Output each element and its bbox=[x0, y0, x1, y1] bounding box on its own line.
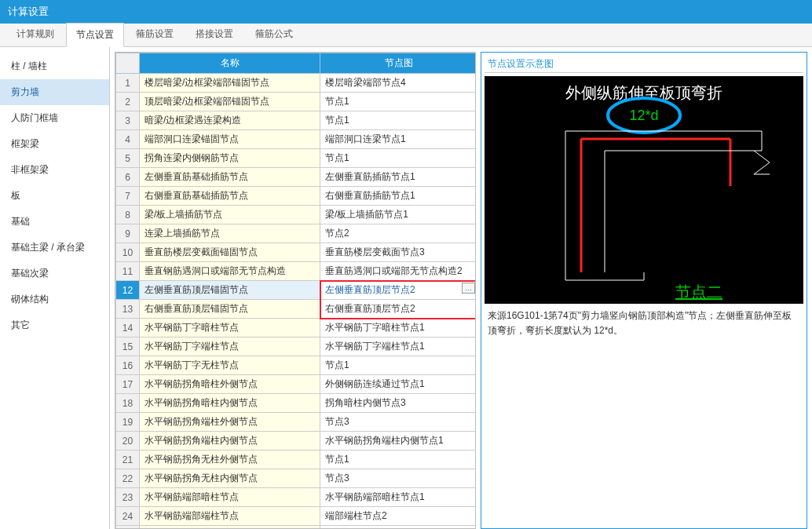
table-row[interactable]: 18水平钢筋拐角暗柱内侧节点拐角暗柱内侧节点3 bbox=[116, 394, 477, 413]
row-value[interactable]: 端部洞口连梁节点1 bbox=[320, 130, 477, 149]
row-name: 水平钢筋端部暗柱节点 bbox=[140, 488, 320, 507]
ellipsis-button[interactable]: … bbox=[462, 283, 475, 294]
row-number: 18 bbox=[116, 394, 140, 413]
sidebar-item-9[interactable]: 砌体结构 bbox=[0, 286, 109, 312]
row-number: 20 bbox=[116, 432, 140, 451]
row-number: 17 bbox=[116, 375, 140, 394]
row-name: 剪力墙遇框架柱/框支柱/端柱平齐一侧 bbox=[140, 526, 320, 530]
table-row[interactable]: 25剪力墙遇框架柱/框支柱/端柱平齐一侧节点2 bbox=[116, 526, 477, 530]
row-value[interactable]: 楼层暗梁端部节点4 bbox=[320, 74, 477, 93]
row-number: 21 bbox=[116, 451, 140, 469]
row-number: 11 bbox=[116, 262, 140, 281]
table-row[interactable]: 8梁/板上墙插筋节点梁/板上墙插筋节点1 bbox=[116, 206, 477, 224]
row-number: 19 bbox=[116, 413, 140, 432]
row-number: 25 bbox=[116, 526, 140, 530]
row-value[interactable]: 水平钢筋丁字暗柱节点1 bbox=[320, 319, 477, 337]
table-row[interactable]: 5拐角连梁内侧钢筋节点节点1 bbox=[116, 149, 477, 168]
sidebar-item-2[interactable]: 人防门框墙 bbox=[0, 105, 109, 131]
row-value[interactable]: 节点2 bbox=[320, 526, 477, 530]
table-row[interactable]: 17水平钢筋拐角暗柱外侧节点外侧钢筋连续通过节点1 bbox=[116, 375, 477, 394]
row-name: 水平钢筋拐角暗柱内侧节点 bbox=[140, 394, 320, 413]
tabs: 计算规则节点设置箍筋设置搭接设置箍筋公式 bbox=[0, 24, 812, 47]
row-number: 1 bbox=[116, 74, 140, 93]
row-value[interactable]: 节点2 bbox=[320, 224, 477, 243]
row-value[interactable]: 外侧钢筋连续通过节点1 bbox=[320, 375, 477, 394]
row-name: 水平钢筋丁字端柱节点 bbox=[140, 337, 320, 356]
table-row[interactable]: 10垂直筋楼层变截面锚固节点垂直筋楼层变截面节点3 bbox=[116, 243, 477, 262]
node-table-container: 名称 节点图 1楼层暗梁/边框梁端部锚固节点楼层暗梁端部节点42顶层暗梁/边框梁… bbox=[115, 52, 476, 529]
row-name: 左侧垂直筋基础插筋节点 bbox=[140, 168, 320, 187]
row-value[interactable]: 节点1 bbox=[320, 451, 477, 469]
sidebar-item-4[interactable]: 非框架梁 bbox=[0, 157, 109, 183]
row-value[interactable]: 端部端柱节点2 bbox=[320, 507, 477, 526]
table-row[interactable]: 21水平钢筋拐角无柱外侧节点节点1 bbox=[116, 451, 477, 469]
table-row[interactable]: 4端部洞口连梁锚固节点端部洞口连梁节点1 bbox=[116, 130, 477, 149]
row-number: 8 bbox=[116, 206, 140, 224]
table-row[interactable]: 24水平钢筋端部端柱节点端部端柱节点2 bbox=[116, 507, 477, 526]
row-value[interactable]: 节点3 bbox=[320, 413, 477, 432]
row-value[interactable]: 垂直筋楼层变截面节点3 bbox=[320, 243, 477, 262]
table-row[interactable]: 3暗梁/边框梁遇连梁构造节点1 bbox=[116, 111, 477, 130]
tab-4[interactable]: 箍筋公式 bbox=[245, 22, 303, 46]
table-row[interactable]: 14水平钢筋丁字暗柱节点水平钢筋丁字暗柱节点1 bbox=[116, 319, 477, 337]
row-value[interactable]: 节点1 bbox=[320, 111, 477, 130]
tab-1[interactable]: 节点设置 bbox=[66, 23, 124, 47]
sidebar-item-5[interactable]: 板 bbox=[0, 183, 109, 209]
row-value[interactable]: 水平钢筋拐角端柱内侧节点1 bbox=[320, 432, 477, 451]
value-header: 节点图 bbox=[320, 53, 477, 74]
table-row[interactable]: 2顶层暗梁/边框梁端部锚固节点节点1 bbox=[116, 93, 477, 111]
table-row[interactable]: 16水平钢筋丁字无柱节点节点1 bbox=[116, 356, 477, 375]
row-value[interactable]: 左侧垂直筋插筋节点1 bbox=[320, 168, 477, 187]
row-number: 7 bbox=[116, 187, 140, 206]
row-value[interactable]: 垂直筋遇洞口或端部无节点构造2 bbox=[320, 262, 477, 281]
row-value[interactable]: 节点1 bbox=[320, 93, 477, 111]
sidebar-item-8[interactable]: 基础次梁 bbox=[0, 261, 109, 286]
tab-3[interactable]: 搭接设置 bbox=[185, 22, 243, 46]
row-value[interactable]: 水平钢筋丁字端柱节点1 bbox=[320, 337, 477, 356]
row-name: 水平钢筋拐角端柱外侧节点 bbox=[140, 413, 320, 432]
tab-2[interactable]: 箍筋设置 bbox=[126, 22, 184, 46]
table-row[interactable]: 15水平钢筋丁字端柱节点水平钢筋丁字端柱节点1 bbox=[116, 337, 477, 356]
row-value[interactable]: 节点1 bbox=[320, 356, 477, 375]
table-row[interactable]: 23水平钢筋端部暗柱节点水平钢筋端部暗柱节点1 bbox=[116, 488, 477, 507]
row-value[interactable]: 左侧垂直筋顶层节点2… bbox=[320, 281, 477, 300]
table-row[interactable]: 6左侧垂直筋基础插筋节点左侧垂直筋插筋节点1 bbox=[116, 168, 477, 187]
row-value[interactable]: 拐角暗柱内侧节点3 bbox=[320, 394, 477, 413]
sidebar-item-7[interactable]: 基础主梁 / 承台梁 bbox=[0, 235, 109, 261]
sidebar-item-10[interactable]: 其它 bbox=[0, 312, 109, 338]
sidebar-item-6[interactable]: 基础 bbox=[0, 209, 109, 235]
window-title: 计算设置 bbox=[0, 0, 812, 24]
row-value[interactable]: 梁/板上墙插筋节点1 bbox=[320, 206, 477, 224]
row-name: 垂直筋楼层变截面锚固节点 bbox=[140, 243, 320, 262]
row-name: 拐角连梁内侧钢筋节点 bbox=[140, 149, 320, 168]
row-number: 24 bbox=[116, 507, 140, 526]
row-value[interactable]: 右侧垂直筋插筋节点1 bbox=[320, 187, 477, 206]
table-row[interactable]: 1楼层暗梁/边框梁端部锚固节点楼层暗梁端部节点4 bbox=[116, 74, 477, 93]
row-name: 连梁上墙插筋节点 bbox=[140, 224, 320, 243]
table-row[interactable]: 11垂直钢筋遇洞口或端部无节点构造垂直筋遇洞口或端部无节点构造2 bbox=[116, 262, 477, 281]
rownum-header bbox=[116, 53, 140, 74]
row-number: 14 bbox=[116, 319, 140, 337]
table-row[interactable]: 12左侧垂直筋顶层锚固节点左侧垂直筋顶层节点2… bbox=[116, 281, 477, 300]
table-row[interactable]: 7右侧垂直筋基础插筋节点右侧垂直筋插筋节点1 bbox=[116, 187, 477, 206]
row-value[interactable]: 右侧垂直筋顶层节点2 bbox=[320, 300, 477, 319]
table-row[interactable]: 22水平钢筋拐角无柱内侧节点节点3 bbox=[116, 469, 477, 488]
sidebar-item-3[interactable]: 框架梁 bbox=[0, 131, 109, 157]
sidebar-item-0[interactable]: 柱 / 墙柱 bbox=[0, 53, 109, 79]
row-value[interactable]: 节点3 bbox=[320, 469, 477, 488]
row-number: 4 bbox=[116, 130, 140, 149]
preview-title: 节点设置示意图 bbox=[485, 56, 803, 73]
row-name: 端部洞口连梁锚固节点 bbox=[140, 130, 320, 149]
preview-description: 来源16G101-1第74页"剪力墙竖向钢筋顶部构造"节点；左侧垂直筋伸至板顶弯… bbox=[485, 304, 803, 343]
row-value[interactable]: 节点1 bbox=[320, 149, 477, 168]
sidebar-item-1[interactable]: 剪力墙 bbox=[0, 79, 109, 105]
tab-0[interactable]: 计算规则 bbox=[6, 22, 64, 46]
row-number: 22 bbox=[116, 469, 140, 488]
table-row[interactable]: 9连梁上墙插筋节点节点2 bbox=[116, 224, 477, 243]
table-row[interactable]: 13右侧垂直筋顶层锚固节点右侧垂直筋顶层节点2 bbox=[116, 300, 477, 319]
table-row[interactable]: 20水平钢筋拐角端柱内侧节点水平钢筋拐角端柱内侧节点1 bbox=[116, 432, 477, 451]
table-row[interactable]: 19水平钢筋拐角端柱外侧节点节点3 bbox=[116, 413, 477, 432]
row-value[interactable]: 水平钢筋端部暗柱节点1 bbox=[320, 488, 477, 507]
row-number: 13 bbox=[116, 300, 140, 319]
row-name: 水平钢筋拐角无柱外侧节点 bbox=[140, 451, 320, 469]
